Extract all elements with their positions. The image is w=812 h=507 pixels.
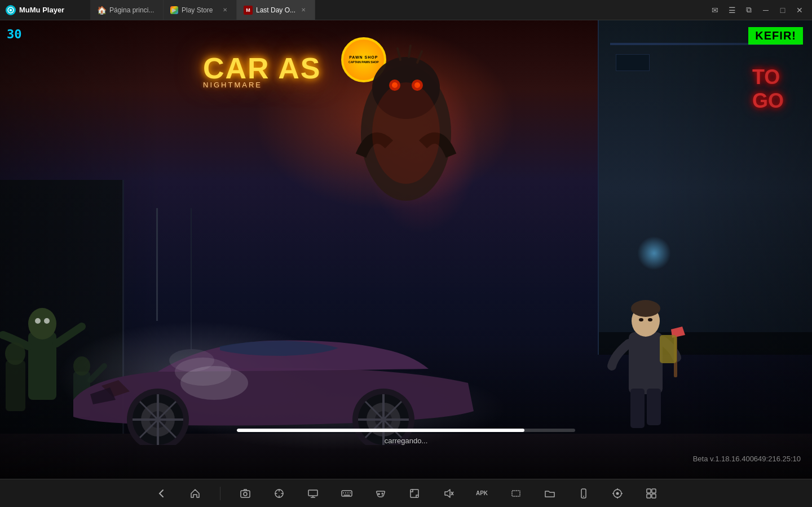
svg-rect-75 [647, 494, 651, 498]
gamepad-button[interactable] [372, 484, 390, 502]
window-controls: ✉ ☰ ⧉ ─ □ ✕ [703, 2, 812, 18]
togo-sign: TOGO [752, 65, 784, 113]
apk-button[interactable]: APK [473, 484, 491, 502]
monster-svg [344, 43, 468, 223]
tab-lastday-close[interactable]: ✕ [299, 6, 308, 15]
tab-home-label: Página princi... [109, 6, 156, 14]
neon-sign-area: CAR AS NIGHTMARE [203, 51, 321, 89]
svg-rect-28 [629, 332, 663, 394]
survivor-svg [603, 276, 688, 445]
tab-playstore[interactable]: ▶ Play Store ✕ [164, 0, 237, 20]
app-logo[interactable]: MuMu Player [0, 5, 90, 15]
monster-figure [344, 43, 468, 223]
svg-rect-61 [411, 490, 418, 497]
titlebar: MuMu Player 🏠 Página princi... ▶ Play St… [0, 0, 812, 20]
tab-home[interactable]: 🏠 Página princi... [90, 0, 164, 20]
version-text: Beta v.1.18.16.400649:216.25:10 [693, 455, 801, 463]
camera-button[interactable] [236, 484, 254, 502]
survivor-figure [603, 276, 688, 445]
car-sign: CAR AS [203, 51, 321, 85]
svg-point-34 [648, 318, 652, 321]
close-button[interactable]: ✕ [792, 2, 807, 18]
home-tab-icon: 🏠 [97, 6, 106, 15]
folder-button[interactable] [541, 484, 559, 502]
mail-button[interactable]: ✉ [707, 2, 723, 18]
kefir-badge: KEFIR! [748, 27, 803, 45]
svg-point-8 [372, 82, 440, 184]
minimize-button[interactable]: ─ [758, 2, 774, 18]
svg-point-32 [631, 300, 660, 317]
screenshot-button[interactable] [507, 484, 525, 502]
svg-rect-30 [647, 389, 661, 425]
maximize-button[interactable]: □ [775, 2, 791, 18]
display-button[interactable] [304, 484, 322, 502]
svg-point-39 [35, 318, 41, 324]
phone-button[interactable] [575, 484, 593, 502]
svg-rect-41 [6, 360, 25, 411]
tab-bar: 🏠 Página princi... ▶ Play Store ✕ M Last… [90, 0, 703, 20]
loading-bar-background [237, 429, 575, 432]
menu-button[interactable]: ☰ [724, 2, 740, 18]
loading-bar-fill [237, 429, 524, 432]
home-toolbar-button[interactable] [186, 484, 204, 502]
car-figure [45, 287, 496, 445]
back-button[interactable] [152, 484, 170, 502]
toolbar-separator-1 [220, 487, 220, 500]
loading-container: carregando... [237, 429, 575, 445]
logo-text: MuMu Player [19, 6, 64, 14]
lastday-tab-icon: M [244, 6, 253, 15]
svg-point-1 [10, 9, 12, 11]
multiwindow-button[interactable] [642, 484, 660, 502]
resize-button[interactable] [405, 484, 423, 502]
svg-rect-76 [652, 494, 656, 498]
tab-playstore-label: Play Store [182, 6, 217, 14]
svg-rect-36 [660, 335, 677, 363]
playstore-tab-icon: ▶ [170, 6, 178, 14]
svg-rect-74 [652, 489, 656, 493]
logo-icon [6, 5, 16, 15]
fps-value: 30 [7, 27, 22, 41]
svg-point-46 [244, 492, 247, 496]
svg-point-66 [583, 496, 584, 497]
bottom-toolbar: APK [0, 479, 812, 507]
kefir-text: KEFIR! [755, 29, 796, 42]
svg-point-59 [381, 492, 383, 494]
restore-button[interactable]: ⧉ [741, 2, 757, 18]
svg-rect-29 [630, 389, 645, 428]
svg-point-27 [169, 349, 214, 372]
svg-point-42 [5, 342, 25, 365]
gps-button[interactable] [608, 484, 626, 502]
svg-rect-73 [647, 489, 651, 493]
game-viewport[interactable]: TOGO PAWN SHOP CAPTAIN PAWN SHOP CAR AS … [0, 20, 812, 479]
loading-text: carregando... [237, 437, 575, 445]
svg-rect-64 [512, 491, 520, 496]
blue-light [637, 236, 671, 270]
keyboard-button[interactable] [338, 484, 356, 502]
car-svg [45, 287, 496, 445]
svg-point-33 [639, 318, 643, 321]
tab-playstore-close[interactable]: ✕ [220, 6, 230, 15]
tab-lastday-label: Last Day O... [256, 6, 295, 14]
svg-rect-45 [241, 491, 250, 497]
svg-point-60 [382, 495, 383, 496]
rotate-button[interactable] [270, 484, 288, 502]
volume-button[interactable] [439, 484, 457, 502]
tab-lastday[interactable]: M Last Day O... ✕ [237, 0, 315, 20]
svg-rect-48 [308, 490, 317, 496]
svg-point-72 [616, 492, 619, 495]
fps-counter: 30 [7, 27, 22, 41]
